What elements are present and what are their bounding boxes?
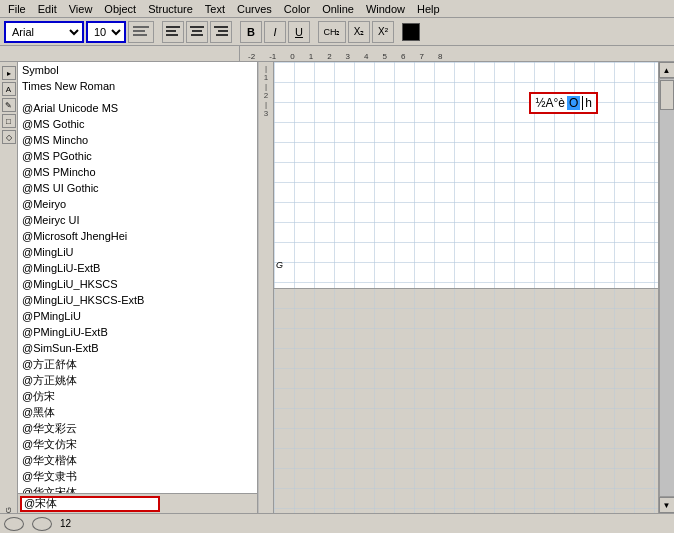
font-list-scroll[interactable]: Symbol Times New Roman @Arial Unicode MS… — [18, 62, 241, 493]
textbox-highlighted-text: O — [567, 96, 580, 110]
menu-object[interactable]: Object — [98, 2, 142, 16]
canvas-main[interactable]: ½A°èOh G — [274, 62, 658, 513]
font-item-ms-gothic[interactable]: @MS Gothic — [18, 116, 241, 132]
svg-rect-6 — [190, 26, 204, 28]
menu-view[interactable]: View — [63, 2, 99, 16]
font-name-input[interactable] — [20, 496, 160, 512]
underline-button[interactable]: U — [288, 21, 310, 43]
scroll-track[interactable] — [659, 78, 675, 497]
font-item-hua-fang[interactable]: @华文仿宋 — [18, 436, 241, 452]
canvas-textbox[interactable]: ½A°èOh — [529, 92, 598, 114]
vruler-tick-1: | — [265, 64, 267, 73]
svg-rect-11 — [216, 34, 228, 36]
svg-rect-1 — [133, 30, 145, 32]
tool-btn-1[interactable]: ▸ — [2, 66, 16, 80]
font-list-panel: Symbol Times New Roman @Arial Unicode MS… — [18, 62, 258, 493]
menu-help[interactable]: Help — [411, 2, 446, 16]
subscript-button[interactable]: X₂ — [348, 21, 370, 43]
canvas-inner: | 1 | 2 | 3 ½A°èOh G ▲ — [258, 62, 674, 513]
vruler-tick-3: | — [265, 100, 267, 109]
size-select[interactable]: 10 — [86, 21, 126, 43]
font-item-mingliu-hkscs-extb[interactable]: @MingLiU_HKSCS-ExtB — [18, 292, 241, 308]
align-center-icon — [190, 26, 204, 38]
menu-curves[interactable]: Curves — [231, 2, 278, 16]
font-item-fz-yao[interactable]: @方正姚体 — [18, 372, 241, 388]
svg-rect-3 — [166, 26, 180, 28]
ruler-mark-6: 6 — [401, 52, 405, 61]
font-name-row — [18, 493, 258, 513]
color-swatch[interactable] — [402, 23, 420, 41]
textbox-cursor — [582, 96, 583, 110]
menu-file[interactable]: File — [2, 2, 32, 16]
align-left-button[interactable] — [162, 21, 184, 43]
font-item-pmingliu[interactable]: @PMingLiU — [18, 308, 241, 324]
font-item-meiryc-ui[interactable]: @Meiryc UI — [18, 212, 241, 228]
scroll-down-button[interactable]: ▼ — [659, 497, 675, 513]
align-center-button[interactable] — [186, 21, 208, 43]
menu-window[interactable]: Window — [360, 2, 411, 16]
bold-button[interactable]: B — [240, 21, 262, 43]
font-item-hua-song[interactable]: @华文宋体 — [18, 484, 241, 493]
status-bar: 12 — [0, 513, 674, 533]
font-item-simsun-extb[interactable]: @SimSun-ExtB — [18, 340, 241, 356]
menu-online[interactable]: Online — [316, 2, 360, 16]
ruler-mark-4: 4 — [364, 52, 368, 61]
svg-rect-5 — [166, 34, 178, 36]
status-oval-2 — [32, 517, 52, 531]
ruler-mark-0: 0 — [290, 52, 294, 61]
svg-rect-2 — [133, 34, 147, 36]
canvas-vscroll: ▲ ▼ — [658, 62, 674, 513]
align-left-icon — [166, 26, 180, 38]
font-item-pmingliu-extb[interactable]: @PMingLiU-ExtB — [18, 324, 241, 340]
page-number: 12 — [60, 518, 71, 529]
superscript-button[interactable]: X² — [372, 21, 394, 43]
font-item-hua-li[interactable]: @华文隶书 — [18, 468, 241, 484]
font-item-ms-pgothic[interactable]: @MS PGothic — [18, 148, 241, 164]
font-item-mingliu-hkscs[interactable]: @MingLiU_HKSCS — [18, 276, 241, 292]
svg-rect-10 — [218, 30, 228, 32]
tool-btn-5[interactable]: ◇ — [2, 130, 16, 144]
font-item-meiryo[interactable]: @Meiryo — [18, 196, 241, 212]
align-right-button[interactable] — [210, 21, 232, 43]
italic-button[interactable]: I — [264, 21, 286, 43]
align-options-button[interactable] — [128, 21, 154, 43]
ch2-button[interactable]: CH₂ — [318, 21, 346, 43]
horizontal-ruler: -2 -1 0 1 2 3 4 5 6 7 8 — [240, 46, 674, 62]
tool-btn-3[interactable]: ✎ — [2, 98, 16, 112]
font-select[interactable]: Arial — [4, 21, 84, 43]
font-item-symbol[interactable]: Symbol — [18, 62, 241, 78]
tool-btn-2[interactable]: A — [2, 82, 16, 96]
menu-text[interactable]: Text — [199, 2, 231, 16]
font-item-microsoft-jheng[interactable]: @Microsoft JhengHei — [18, 228, 241, 244]
font-item-hua-cai[interactable]: @华文彩云 — [18, 420, 241, 436]
align-icon — [132, 25, 150, 39]
textbox-text-before: ½A°è — [535, 96, 564, 110]
ruler-row: -2 -1 0 1 2 3 4 5 6 7 8 — [0, 46, 674, 62]
font-item-mingliu-extb[interactable]: @MingLiU-ExtB — [18, 260, 241, 276]
ruler-mark-7: 7 — [419, 52, 423, 61]
ruler-mark-2: 2 — [327, 52, 331, 61]
scroll-up-button[interactable]: ▲ — [659, 62, 675, 78]
font-item-fang-song[interactable]: @仿宋 — [18, 388, 241, 404]
status-oval-1 — [4, 517, 24, 531]
vruler-tick-2: | — [265, 82, 267, 91]
font-item-ms-mincho[interactable]: @MS Mincho — [18, 132, 241, 148]
font-item-ms-ui-gothic[interactable]: @MS UI Gothic — [18, 180, 241, 196]
font-item-hei[interactable]: @黑体 — [18, 404, 241, 420]
font-item-times[interactable]: Times New Roman — [18, 78, 241, 94]
svg-rect-4 — [166, 30, 176, 32]
svg-rect-9 — [214, 26, 228, 28]
font-item-mingliu[interactable]: @MingLiU — [18, 244, 241, 260]
font-item-arial-unicode[interactable]: @Arial Unicode MS — [18, 100, 241, 116]
menu-color[interactable]: Color — [278, 2, 316, 16]
menu-structure[interactable]: Structure — [142, 2, 199, 16]
font-item-ms-pmincho[interactable]: @MS PMincho — [18, 164, 241, 180]
tool-btn-4[interactable]: □ — [2, 114, 16, 128]
side-indicator-g: G — [4, 507, 13, 513]
font-item-hua-kai[interactable]: @华文楷体 — [18, 452, 241, 468]
menu-edit[interactable]: Edit — [32, 2, 63, 16]
vruler-1: 1 — [264, 73, 268, 82]
font-item-fz-shu[interactable]: @方正舒体 — [18, 356, 241, 372]
ruler-mark-neg2: -2 — [248, 52, 255, 61]
scroll-thumb[interactable] — [660, 80, 674, 110]
